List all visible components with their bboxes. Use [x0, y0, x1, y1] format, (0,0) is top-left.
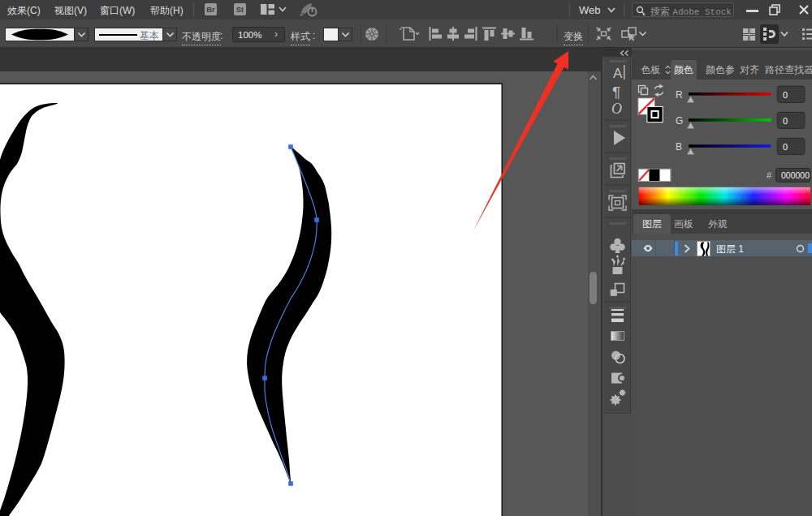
svg-text:A: A [613, 66, 623, 81]
svg-text:B: B [676, 141, 682, 153]
svg-text:O: O [611, 101, 622, 117]
svg-text:000000: 000000 [781, 170, 810, 180]
svg-text:#: # [767, 170, 772, 180]
svg-text:0: 0 [783, 116, 788, 126]
svg-text:0: 0 [783, 90, 788, 100]
svg-text:0: 0 [783, 142, 788, 152]
svg-text:¶: ¶ [612, 84, 620, 101]
svg-text:G: G [676, 115, 683, 127]
svg-text:R: R [676, 89, 683, 101]
